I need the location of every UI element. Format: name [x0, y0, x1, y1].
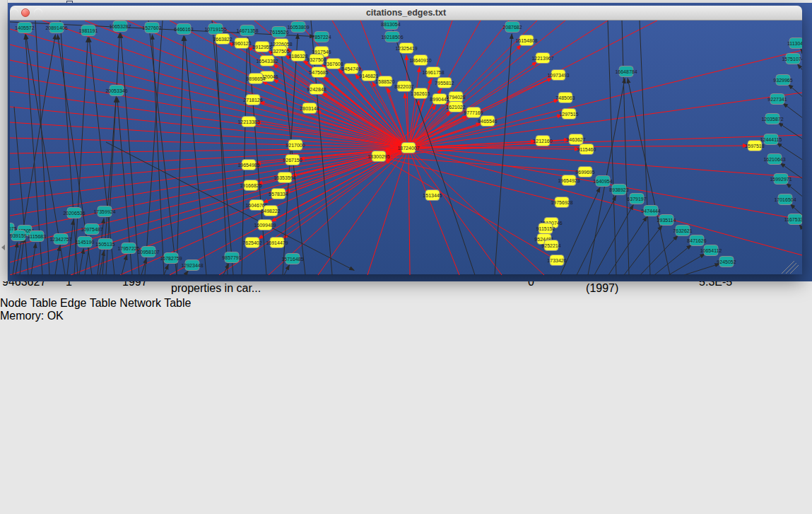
graph-node[interactable]: 7615526 — [269, 27, 288, 37]
graph-node[interactable]: 19654923 — [558, 175, 579, 186]
graph-node[interactable]: 9252214 — [541, 240, 560, 251]
close-traffic-light-icon[interactable] — [21, 8, 30, 17]
graph-node[interactable]: 1327505 — [270, 46, 289, 57]
graph-node[interactable]: 9898654 — [246, 74, 265, 84]
graph-node[interactable]: 16648784 — [615, 66, 637, 77]
graph-node[interactable]: 7857224 — [312, 32, 331, 42]
splitter-collapse-icon[interactable] — [1, 245, 5, 250]
graph-node[interactable]: 1981191 — [79, 25, 98, 36]
graph-node[interactable]: 12923448 — [181, 260, 203, 271]
graph-node[interactable]: 8822037 — [394, 81, 413, 92]
graph-node[interactable]: 19654985 — [237, 160, 259, 170]
graph-node[interactable]: 16210643 — [763, 154, 785, 165]
graph-node[interactable]: 10654112 — [700, 245, 722, 256]
graph-node[interactable]: 8813054 — [381, 21, 400, 30]
graph-node[interactable]: 5578334 — [269, 189, 288, 199]
graph-node[interactable]: 10975487 — [81, 224, 102, 235]
graph-node[interactable]: 6379197 — [627, 194, 646, 204]
graph-node[interactable]: 1640954 — [593, 176, 612, 187]
graph-node[interactable]: 1588520 — [375, 76, 394, 87]
graph-node[interactable]: 1733426 — [547, 255, 566, 266]
graph-node[interactable]: 9115460 — [577, 144, 596, 155]
graph-node[interactable]: 2935114 — [657, 215, 676, 226]
graph-node[interactable]: 1513445 — [423, 190, 442, 201]
graph-node[interactable]: 16543382 — [256, 56, 278, 66]
graph-node[interactable]: 20206536 — [63, 208, 85, 218]
graph-node[interactable]: 9245052 — [717, 257, 736, 267]
graph-node[interactable]: 5475685 — [309, 67, 328, 78]
graph-node[interactable]: 9329965 — [773, 75, 792, 86]
graph-node[interactable]: 8471626 — [687, 235, 706, 246]
graph-node[interactable]: 2718126 — [243, 95, 262, 105]
graph-node[interactable]: 9699695 — [575, 167, 594, 177]
graph-node[interactable]: 12342757 — [49, 234, 71, 245]
graph-node[interactable]: 8912955 — [252, 42, 271, 52]
graph-node[interactable]: 1145190 — [76, 237, 95, 247]
graph-node[interactable]: 6466163 — [174, 24, 193, 35]
graph-node[interactable]: 9217000 — [286, 140, 305, 151]
graph-node[interactable]: 16961758 — [422, 67, 444, 78]
graph-node[interactable]: 5498222 — [261, 206, 280, 216]
graph-node[interactable]: 12035872 — [761, 114, 783, 124]
graph-node[interactable]: 9267150 — [283, 155, 302, 165]
graph-node[interactable]: 17359924 — [93, 206, 115, 217]
graph-node[interactable]: 12213383 — [237, 117, 259, 127]
graph-node[interactable]: 20053346 — [105, 86, 127, 96]
graph-node[interactable]: 12325419 — [395, 43, 417, 54]
graph-node[interactable]: 7625402 — [242, 238, 261, 248]
graph-node[interactable]: 1115683 — [28, 231, 46, 242]
graph-node[interactable]: 17957225 — [117, 243, 139, 254]
graph-node[interactable]: 8186328 — [288, 51, 307, 62]
zoom-traffic-light-icon[interactable] — [10, 8, 18, 17]
graph-node[interactable]: 16154808 — [515, 35, 537, 46]
graph-node[interactable]: 1597518 — [745, 141, 764, 151]
graph-node[interactable]: 9857791 — [222, 252, 241, 263]
graph-node[interactable]: 1405572 — [15, 23, 34, 33]
graph-node[interactable]: 2367608 — [324, 59, 343, 69]
resize-grip-icon[interactable] — [782, 261, 799, 274]
graph-node[interactable]: 8938923 — [609, 185, 628, 195]
graph-node[interactable]: 2087682 — [502, 22, 522, 33]
graph-node[interactable]: 8960123 — [232, 38, 251, 49]
graph-node[interactable]: 9777169 — [464, 107, 483, 118]
graph-node[interactable]: 9465546 — [478, 116, 497, 127]
network-window-titlebar[interactable]: citations_edges.txt — [10, 6, 802, 21]
graph-node[interactable]: 1505135 — [95, 239, 114, 250]
graph-node[interactable]: 1621022 — [446, 102, 465, 112]
graph-node[interactable]: 10958107 — [137, 247, 159, 257]
graph-node[interactable]: 10653287 — [109, 21, 131, 32]
graph-node[interactable]: 19756928 — [551, 197, 572, 208]
network-canvas[interactable]: 1405572208914061981191106532871527602646… — [10, 21, 802, 275]
graph-node[interactable]: 1297515 — [559, 109, 578, 119]
graph-node[interactable]: 1362615 — [411, 88, 430, 99]
graph-node[interactable]: 14671358 — [236, 25, 258, 36]
graph-node[interactable]: 11675338 — [784, 214, 802, 225]
graph-node[interactable]: 19218506 — [381, 32, 403, 42]
graph-node[interactable]: 12213967 — [531, 53, 553, 64]
graph-node[interactable]: 8454749 — [341, 64, 360, 74]
graph-node[interactable]: 1212160 — [533, 136, 552, 146]
graph-node[interactable]: 9474444 — [641, 206, 660, 216]
graph-node[interactable]: 18640910 — [409, 55, 431, 66]
graph-node[interactable]: 15751074 — [782, 54, 802, 64]
graph-node[interactable]: 1527602 — [142, 23, 161, 33]
tab-node-table[interactable]: Node Table — [0, 297, 57, 309]
graph-node[interactable]: 9115152 — [536, 223, 555, 234]
svg-text:12035872: 12035872 — [761, 117, 783, 122]
graph-node[interactable]: 1113044 — [787, 38, 802, 49]
graph-node[interactable]: 9463627 — [566, 134, 585, 145]
graph-node[interactable]: 7663822 — [213, 34, 232, 45]
tab-network-table[interactable]: Network Table — [119, 297, 191, 309]
minimize-traffic-light-icon[interactable] — [34, 8, 42, 17]
graph-node[interactable]: 10719155 — [204, 24, 226, 35]
tab-edge-table[interactable]: Edge Table — [60, 297, 117, 309]
graph-node[interactable]: 7955812 — [435, 78, 454, 88]
graph-node[interactable]: 6794028 — [446, 92, 465, 103]
graph-node[interactable]: 2803144 — [300, 103, 319, 114]
graph-node[interactable]: 17016504 — [774, 194, 796, 205]
graph-node[interactable]: 15716485 — [281, 254, 303, 264]
graph-node[interactable]: 7485063 — [555, 93, 575, 103]
graph-node[interactable]: 9242848 — [307, 84, 326, 95]
graph-node[interactable]: 7632621 — [673, 226, 692, 236]
graph-node[interactable]: 9227341 — [767, 94, 787, 105]
